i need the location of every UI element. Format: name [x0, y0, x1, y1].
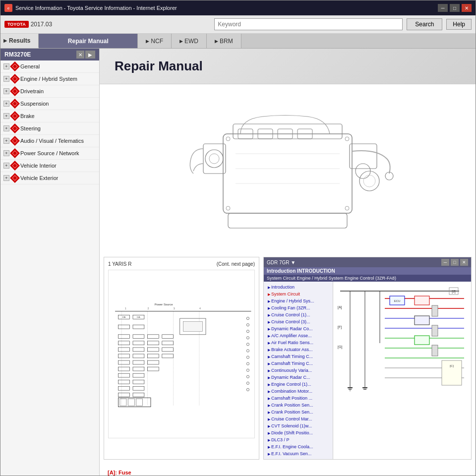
ie-icon: e	[4, 4, 12, 12]
help-button[interactable]: Help	[446, 19, 472, 30]
toc-item-14[interactable]: Engine Control (1)...	[266, 381, 331, 388]
tab-repair-manual[interactable]: Repair Manual	[39, 34, 138, 48]
sidebar-item-interior[interactable]: + Vehicle Interior	[0, 160, 99, 172]
svg-rect-39	[147, 335, 159, 339]
sidebar-item-power[interactable]: + Power Source / Network	[0, 147, 99, 160]
sidebar-item-drivetrain[interactable]: + Drivetrain	[0, 85, 99, 98]
sidebar-nav-button[interactable]: ▶	[85, 51, 95, 59]
maximize-button[interactable]: □	[450, 4, 460, 12]
svg-point-73	[246, 343, 249, 346]
toc-item-13[interactable]: Dynamic Radar C...	[266, 374, 331, 381]
expand-icon-power[interactable]: +	[3, 150, 9, 156]
expand-icon-steering[interactable]: +	[3, 125, 9, 131]
content-area: Repair Manual	[100, 49, 476, 476]
toc-item-1[interactable]: System Circuit	[266, 291, 331, 298]
sidebar-label-engine: Engine / Hybrid System	[20, 76, 77, 82]
toc-item-0[interactable]: Introduction	[266, 284, 331, 291]
minimize-button[interactable]: ─	[438, 4, 448, 12]
svg-rect-102	[415, 296, 429, 305]
toc-item-18[interactable]: Crank Position Sen...	[266, 409, 331, 416]
toc-item-19[interactable]: Cruise Control Mar...	[266, 416, 331, 422]
toc-item-16[interactable]: Camshaft Position ...	[266, 395, 331, 402]
intro-panel-close[interactable]: ✕	[460, 259, 468, 266]
search-button[interactable]: Search	[407, 18, 442, 30]
item-icon-engine	[10, 74, 20, 84]
tab-brm[interactable]: BRM	[207, 34, 241, 48]
svg-rect-40	[162, 335, 174, 339]
svg-text:[F]: [F]	[338, 325, 342, 329]
toc-item-17[interactable]: Crank Position Sen...	[266, 402, 331, 409]
toc-item-3[interactable]: Cooling Fan (3ZR...	[266, 304, 331, 311]
expand-icon-suspension[interactable]: +	[3, 101, 9, 107]
sidebar-close-button[interactable]: ✕	[76, 51, 84, 59]
svg-rect-0	[223, 134, 352, 213]
sidebar-item-steering[interactable]: + Steering	[0, 122, 99, 135]
toc-item-21[interactable]: Diode (Shift Positio...	[266, 429, 331, 436]
svg-rect-57	[133, 367, 144, 371]
svg-point-69	[246, 317, 249, 320]
sidebar-item-exterior[interactable]: + Vehicle Exterior	[0, 172, 99, 184]
svg-rect-45	[119, 348, 130, 352]
svg-text:ECU: ECU	[394, 299, 401, 302]
svg-point-12	[226, 137, 230, 141]
svg-rect-53	[119, 360, 130, 364]
close-button[interactable]: ✕	[462, 4, 472, 12]
expand-icon-brake[interactable]: +	[3, 113, 9, 119]
toc-item-12[interactable]: Continuously Varia...	[266, 367, 331, 374]
toc-item-9[interactable]: Brake Actuator Ass...	[266, 346, 331, 353]
intro-panel-minimize[interactable]: ─	[441, 259, 449, 266]
toc-item-24[interactable]: E.F.I. Vacuum Sen...	[266, 450, 331, 457]
svg-rect-46	[133, 348, 144, 352]
toc-item-4[interactable]: Cruise Control (1)...	[266, 311, 331, 318]
svg-rect-107	[432, 345, 438, 356]
tab-ncf[interactable]: NCF	[138, 34, 172, 48]
svg-rect-44	[162, 341, 174, 345]
tab-results[interactable]: Results	[0, 34, 39, 48]
expand-icon-exterior[interactable]: +	[3, 175, 9, 181]
item-icon-steering	[10, 123, 20, 133]
sidebar: RM3270E ✕ ▶ + General + Engine / Hybrid …	[0, 49, 100, 476]
expand-icon-general[interactable]: +	[3, 63, 9, 69]
tab-ewd[interactable]: EWD	[172, 34, 207, 48]
expand-icon-interior[interactable]: +	[3, 163, 9, 169]
svg-point-70	[246, 324, 249, 326]
sidebar-items: + General + Engine / Hybrid System + Dri…	[0, 60, 99, 476]
toc-item-11[interactable]: Camshaft Timing C...	[266, 360, 331, 367]
toc-item-7[interactable]: A/C Amplifier Asse...	[266, 332, 331, 339]
toc-item-2[interactable]: Engine / Hybrid Sys...	[266, 298, 331, 304]
svg-point-78	[246, 375, 249, 378]
expand-icon-engine[interactable]: +	[3, 76, 9, 82]
svg-rect-68	[183, 322, 202, 332]
toc-item-6[interactable]: Dynamic Radar Co...	[266, 325, 331, 332]
sidebar-label-brake: Brake	[20, 113, 35, 119]
svg-rect-9	[350, 144, 377, 169]
toc-item-22[interactable]: DLC3 / P	[266, 436, 331, 443]
svg-text:4: 4	[199, 307, 201, 310]
main-area: RM3270E ✕ ▶ + General + Engine / Hybrid …	[0, 49, 476, 476]
intro-panel-maximize[interactable]: □	[451, 259, 459, 266]
svg-point-15	[345, 206, 349, 210]
svg-rect-84	[136, 399, 143, 406]
item-icon-interior	[10, 161, 20, 171]
intro-panel-header: GDR 7GR ▼ ─ □ ✕	[264, 257, 471, 267]
text-content: [A]: Fuse Indicates the name and capacit…	[100, 464, 476, 476]
sidebar-item-brake[interactable]: + Brake	[0, 110, 99, 122]
keyword-input[interactable]	[214, 18, 403, 30]
svg-point-13	[345, 137, 349, 141]
expand-icon-audio[interactable]: +	[3, 138, 9, 144]
toc-item-23[interactable]: E.F.I. Engine Coola...	[266, 443, 331, 450]
item-icon-brake	[10, 111, 20, 121]
toc-item-20[interactable]: CVT Solenoid (1)w...	[266, 422, 331, 429]
svg-rect-56	[119, 367, 130, 371]
sidebar-item-engine[interactable]: + Engine / Hybrid System	[0, 73, 99, 85]
toc-item-15[interactable]: Combination Motor...	[266, 388, 331, 395]
intro-panel-content: IntroductionSystem CircuitEngine / Hybri…	[264, 282, 471, 460]
sidebar-item-suspension[interactable]: + Suspension	[0, 98, 99, 110]
power-source-label: Power Source	[155, 303, 173, 306]
sidebar-item-audio[interactable]: + Audio / Visual / Telematics	[0, 135, 99, 147]
toc-item-10[interactable]: Camshaft Timing C...	[266, 353, 331, 360]
sidebar-item-general[interactable]: + General	[0, 60, 99, 73]
toc-item-5[interactable]: Cruise Control (3)...	[266, 318, 331, 325]
expand-icon-drivetrain[interactable]: +	[3, 88, 9, 94]
toc-item-8[interactable]: Air Fuel Ratio Sens...	[266, 339, 331, 346]
